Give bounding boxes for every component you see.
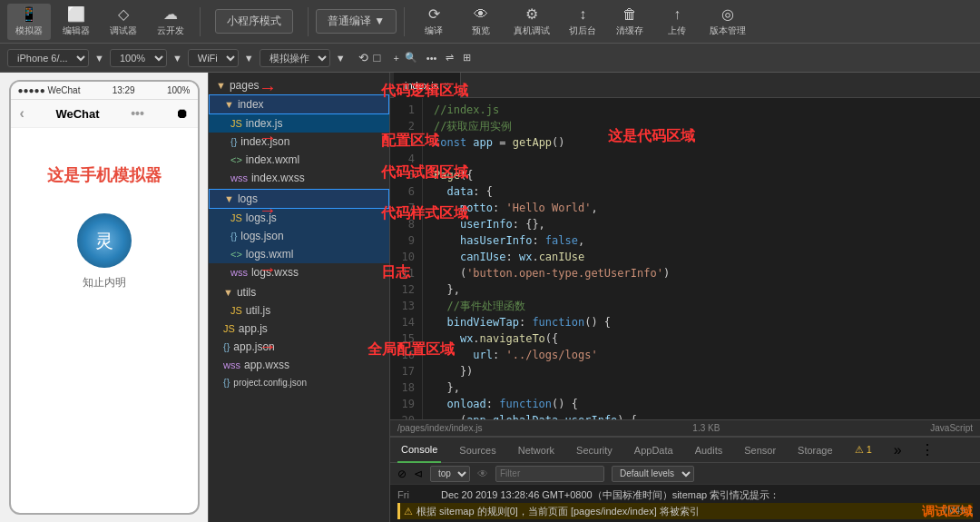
simulator-btn[interactable]: 📱 模拟器 [7, 4, 51, 40]
tab-index-js[interactable]: index.js × [394, 73, 461, 98]
network-select[interactable]: WiFi [188, 49, 239, 67]
compile-select[interactable]: 普通编译 ▼ [316, 9, 397, 34]
time-text: 13:29 [113, 85, 135, 95]
sep2 [308, 7, 309, 36]
tab-storage[interactable]: Storage [794, 438, 837, 463]
tab-console[interactable]: Console [397, 438, 441, 463]
console-content: Fri Dec 20 2019 13:28:46 GMT+0800（中国标准时间… [390, 485, 980, 522]
sep3 [404, 7, 405, 36]
wxml-icon: <> [230, 154, 242, 165]
code-content: 12345 678910 1112131415 1617181920 21 //… [390, 98, 980, 419]
filter-input[interactable] [495, 466, 604, 482]
level-select[interactable]: Default levels [612, 466, 694, 482]
second-toolbar: iPhone 6/... ▼ 100% ▼ WiFi ▼ 模拟操作 ▼ ⟲ □ … [0, 44, 980, 73]
tree-item-logs[interactable]: ▼ logs [209, 189, 389, 209]
zoom-select[interactable]: 100% [110, 49, 167, 67]
tree-label: app.js [239, 322, 268, 335]
code-line: }, [434, 379, 969, 396]
close-tab-icon[interactable]: × [444, 80, 449, 90]
code-line: //获取应用实例 [434, 118, 969, 134]
tree-item-app-js[interactable]: JS app.js [209, 320, 389, 338]
compile-btn[interactable]: ⟳ 编译 [412, 4, 456, 40]
editor-btn[interactable]: ⬜ 编辑器 [54, 4, 98, 40]
cloud-icon: ☁ [163, 5, 178, 23]
console-time: Fri [397, 487, 434, 503]
code-line: }) [434, 363, 969, 379]
tree-item-logs-wxss[interactable]: wss logs.wxss [209, 263, 389, 281]
phone-status-bar: ●●●●● WeChat 13:29 100% [11, 82, 198, 100]
context-select[interactable]: top [430, 466, 470, 482]
tree-item-project-json[interactable]: {} project.config.json [209, 374, 389, 390]
clear-console-btn[interactable]: ⊘ [397, 468, 407, 480]
code-line: data: { [434, 183, 969, 200]
tree-item-logs-json[interactable]: {} logs.json [209, 227, 389, 245]
more-icon[interactable]: ••• [131, 106, 144, 121]
tree-item-pages[interactable]: ▼ pages [209, 76, 389, 94]
tab-appdata[interactable]: AppData [631, 438, 677, 463]
folder-icon: ▼ [224, 193, 234, 204]
tree-item-util-js[interactable]: JS util.js [209, 301, 389, 320]
code-line: (app.globalData.userInfo) { [434, 412, 969, 419]
tree-item-logs-wxml[interactable]: <> logs.wxml [209, 245, 389, 263]
rotate-btn[interactable]: ⟲ [358, 51, 368, 64]
tree-item-app-json[interactable]: {} app.json [209, 338, 389, 356]
tab-audits[interactable]: Audits [691, 438, 727, 463]
tree-item-utils[interactable]: ▼ utils [209, 283, 389, 301]
file-size: 1.3 KB [692, 423, 720, 433]
split-btn[interactable]: ⇌ [446, 52, 454, 64]
debugger-icon: ◇ [118, 5, 129, 23]
phone-nav-bar: ‹ WeChat ••• ⏺ [11, 100, 198, 128]
json-icon: {} [223, 341, 230, 352]
record-icon: ⏺ [175, 106, 188, 121]
tree-label: utils [237, 286, 256, 299]
preview-btn[interactable]: 👁 预览 [459, 4, 503, 40]
simulator-panel: ●●●●● WeChat 13:29 100% ‹ WeChat ••• ⏺ 这… [0, 73, 209, 522]
tree-label: index [238, 98, 264, 111]
tab-security[interactable]: Security [573, 438, 616, 463]
tab-sensor[interactable]: Sensor [740, 438, 779, 463]
backend-btn[interactable]: ↕ 切后台 [561, 4, 604, 40]
tree-item-index-json[interactable]: {} index.json [209, 133, 389, 151]
clear-cache-btn[interactable]: 🗑 清缓存 [608, 4, 652, 40]
wxss-icon: wss [223, 359, 240, 370]
filter-icon[interactable]: ⊲ [414, 468, 423, 480]
device-select[interactable]: iPhone 6/... [7, 49, 89, 67]
tree-item-index-wxss[interactable]: wss index.wxss [209, 169, 389, 187]
warning-count: ⚠ 1 [855, 444, 872, 456]
json-icon: {} [230, 136, 237, 147]
tree-item-index-js[interactable]: JS index.js [209, 114, 389, 133]
editor-icon: ⬜ [67, 5, 85, 23]
screen-icon: □ [374, 51, 381, 64]
console-more-btn[interactable]: » [894, 442, 902, 458]
operation-select[interactable]: 模拟操作 [260, 49, 330, 67]
tab-network[interactable]: Network [514, 438, 558, 463]
tree-item-app-wxss[interactable]: wss app.wxss [209, 356, 389, 374]
simulator-icon: 📱 [20, 5, 38, 23]
battery-text: 100% [167, 85, 191, 95]
tree-label: index.wxss [251, 172, 305, 184]
console-menu-btn[interactable]: ⋮ [920, 441, 935, 458]
tab-sources[interactable]: Sources [456, 438, 499, 463]
tree-item-index[interactable]: ▼ index [209, 94, 389, 114]
simulator-label: 这是手机模拟器 [47, 164, 162, 186]
version-icon: ◎ [721, 5, 734, 23]
wxss-icon: wss [230, 172, 248, 183]
search-btn[interactable]: 🔍 [405, 52, 417, 64]
layout-btn[interactable]: ⊞ [463, 52, 471, 64]
debugger-btn[interactable]: ◇ 调试器 [102, 4, 145, 40]
lang-label: JavaScript [930, 423, 973, 433]
back-icon[interactable]: ‹ [20, 105, 24, 122]
add-tab-btn[interactable]: + [393, 53, 398, 64]
version-btn[interactable]: ◎ 版本管理 [702, 4, 753, 40]
tree-item-index-wxml[interactable]: <> index.wxml [209, 151, 389, 169]
avatar: 灵 [77, 213, 132, 268]
remote-debug-btn[interactable]: ⚙ 真机调试 [506, 4, 557, 40]
tree-item-logs-js[interactable]: JS logs.js [209, 209, 389, 227]
code-line: Page({ [434, 167, 969, 183]
upload-icon: ↑ [673, 6, 681, 23]
more-btn[interactable]: ••• [426, 53, 437, 64]
code-lines: //index.js //获取应用实例 const app = getApp()… [423, 98, 980, 419]
cloud-btn[interactable]: ☁ 云开发 [149, 4, 192, 40]
upload-btn[interactable]: ↑ 上传 [655, 4, 699, 40]
tree-label: logs.js [246, 212, 277, 224]
